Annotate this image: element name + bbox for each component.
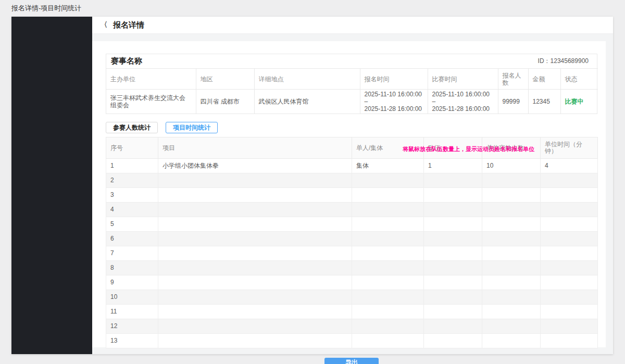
event-info-column-header: 比赛时间: [428, 69, 498, 90]
event-info-column-header: 报名时间: [360, 69, 428, 90]
project-cell: [158, 173, 352, 188]
unit-time-cell: [541, 203, 598, 217]
unit-capacity-cell: [482, 203, 541, 217]
back-chevron-icon[interactable]: 〈: [101, 20, 107, 30]
solo-group-cell: [352, 290, 424, 305]
team-count-cell[interactable]: 1: [424, 159, 482, 173]
project-cell: [158, 305, 352, 319]
tab-project-time-stats[interactable]: 项目时间统计: [166, 122, 218, 133]
project-cell: [158, 290, 352, 305]
team-count-cell: [424, 319, 482, 334]
row-index-cell: 12: [106, 319, 158, 334]
table-row: 12: [106, 319, 598, 334]
unit-time-cell: [541, 319, 598, 334]
stats-column-header: 序号: [106, 137, 158, 159]
unit-time-cell: [541, 261, 598, 275]
project-time-table: 序号项目单人/集体队伍单位容纳人数单位时间（分钟） 1小学组小团体集体拳集体11…: [106, 137, 598, 348]
unit-capacity-cell: [482, 217, 541, 232]
row-index-cell: 7: [106, 246, 158, 261]
team-count-cell: [424, 334, 482, 348]
app-window: 〈 报名详情 赛事名称 ID：12345689900 主办单位地区详细地点报名时…: [11, 17, 613, 354]
project-cell: [158, 246, 352, 261]
event-info-column-header: 状态: [560, 69, 598, 90]
table-row: 1小学组小团体集体拳集体1104: [106, 159, 598, 173]
project-cell: [158, 275, 352, 290]
row-index-cell: 2: [106, 173, 158, 188]
solo-group-cell: [352, 305, 424, 319]
event-info-table: 主办单位地区详细地点报名时间比赛时间报名人数金额状态 张三丰杯武术养生交流大会组…: [106, 68, 598, 114]
unit-capacity-cell: [482, 173, 541, 188]
main-area: 〈 报名详情 赛事名称 ID：12345689900 主办单位地区详细地点报名时…: [92, 17, 613, 354]
team-count-cell: [424, 188, 482, 203]
team-count-cell: [424, 173, 482, 188]
row-index-cell: 1: [106, 159, 158, 173]
event-info-card: 赛事名称 ID：12345689900 主办单位地区详细地点报名时间比赛时间报名…: [106, 54, 597, 114]
table-row: 4: [106, 203, 598, 217]
solo-group-cell: [352, 246, 424, 261]
stats-tabs: 参赛人数统计项目时间统计: [106, 122, 597, 133]
table-row: 11: [106, 305, 598, 319]
solo-group-cell: 集体: [352, 159, 424, 173]
event-info-value-cell: 12345: [528, 90, 560, 114]
window-title-label: 报名详情-项目时间统计: [11, 4, 81, 13]
unit-capacity-cell: [482, 232, 541, 246]
unit-capacity-cell: [482, 275, 541, 290]
unit-time-cell: [541, 217, 598, 232]
row-index-cell: 13: [106, 334, 158, 348]
page-header: 〈 报名详情: [92, 17, 613, 34]
event-info-column-header: 地区: [196, 69, 254, 90]
unit-capacity-cell: [482, 188, 541, 203]
row-index-cell: 6: [106, 232, 158, 246]
table-row: 10: [106, 290, 598, 305]
unit-time-cell: [541, 334, 598, 348]
row-index-cell: 4: [106, 203, 158, 217]
project-cell: [158, 319, 352, 334]
solo-group-cell: [352, 261, 424, 275]
team-count-cell: [424, 305, 482, 319]
event-info-column-header: 主办单位: [106, 69, 196, 90]
unit-time-cell: [541, 246, 598, 261]
team-count-cell: [424, 275, 482, 290]
tab-participant-count-stats[interactable]: 参赛人数统计: [106, 122, 158, 133]
event-info-value-cell: 2025-11-10 16:00:00 – 2025-11-28 16:00:0…: [360, 90, 428, 114]
team-count-cell: [424, 290, 482, 305]
row-index-cell: 5: [106, 217, 158, 232]
table-row: 5: [106, 217, 598, 232]
team-count-cell: [424, 217, 482, 232]
team-count-cell: [424, 261, 482, 275]
solo-group-cell: [352, 232, 424, 246]
unit-capacity-cell: [482, 319, 541, 334]
project-cell: [158, 261, 352, 275]
unit-time-cell: [541, 305, 598, 319]
unit-capacity-cell: [482, 334, 541, 348]
stats-column-header: 单位时间（分钟）: [541, 137, 598, 159]
table-row: 2: [106, 173, 598, 188]
table-row: 8: [106, 261, 598, 275]
page-title: 报名详情: [113, 20, 144, 30]
unit-time-cell: [541, 188, 598, 203]
table-row: 7: [106, 246, 598, 261]
row-index-cell: 10: [106, 290, 158, 305]
event-info-value-row: 张三丰杯武术养生交流大会组委会四川省 成都市武侯区人民体育馆2025-11-10…: [106, 90, 598, 114]
event-info-value-cell: 四川省 成都市: [196, 90, 254, 114]
stats-column-header: 项目: [158, 137, 352, 159]
event-name-title: 赛事名称: [111, 56, 142, 66]
project-cell: [158, 188, 352, 203]
unit-capacity-cell: [482, 261, 541, 275]
row-index-cell: 11: [106, 305, 158, 319]
unit-capacity-cell: [482, 246, 541, 261]
row-index-cell: 3: [106, 188, 158, 203]
unit-time-cell: [541, 275, 598, 290]
solo-group-cell: [352, 203, 424, 217]
unit-capacity-cell: 10: [482, 159, 541, 173]
event-info-column-header: 金额: [528, 69, 560, 90]
solo-group-cell: [352, 334, 424, 348]
team-count-cell: [424, 246, 482, 261]
row-index-cell: 9: [106, 275, 158, 290]
sidebar: [11, 17, 92, 354]
export-button[interactable]: 导出: [324, 358, 379, 364]
event-id: ID：12345689900: [538, 57, 589, 66]
event-info-value-cell: 张三丰杯武术养生交流大会组委会: [106, 90, 196, 114]
table-row: 3: [106, 188, 598, 203]
table-row: 13: [106, 334, 598, 348]
